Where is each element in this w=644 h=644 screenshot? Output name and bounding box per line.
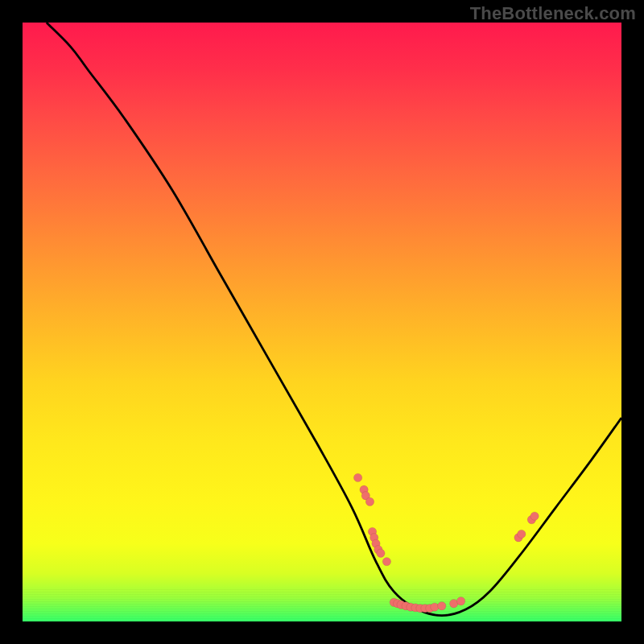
gradient-plot-area	[23, 23, 621, 621]
chart-frame: TheBottleneck.com	[0, 0, 644, 644]
watermark-text: TheBottleneck.com	[470, 3, 636, 24]
